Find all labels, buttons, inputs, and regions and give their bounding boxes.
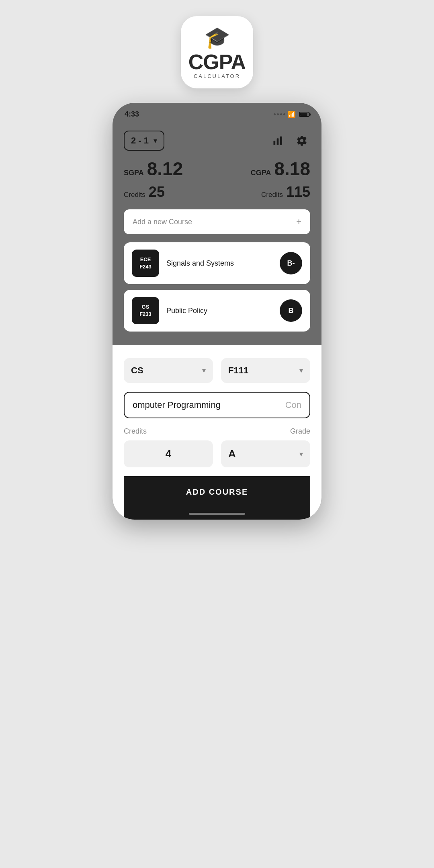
grade-badge-1: B-	[280, 252, 302, 274]
chart-button[interactable]	[269, 132, 286, 149]
course-name-2: Public Policy	[166, 307, 280, 315]
top-row: 2 - 1 ▾	[124, 131, 310, 151]
course-card-2[interactable]: GS F233 Public Policy B	[124, 290, 310, 332]
plus-icon: +	[296, 217, 301, 227]
semester-label: 2 - 1	[131, 135, 149, 146]
course-code-dropdown[interactable]: F111 ▾	[221, 358, 310, 383]
credits-label: Credits	[124, 191, 145, 199]
course-name-input[interactable]	[133, 400, 285, 410]
credits-input[interactable]: 4	[124, 440, 213, 467]
course-code-line2-2: F233	[139, 311, 151, 318]
grade-dropdown[interactable]: A ▾	[221, 440, 310, 467]
department-dropdown[interactable]: CS ▾	[124, 358, 213, 383]
grade-value-2: B	[289, 307, 294, 315]
credits-row: Credits 25 Credits 115	[124, 184, 310, 201]
total-credits-label: Credits	[261, 191, 283, 199]
signal-dot-1	[274, 113, 276, 115]
home-indicator	[124, 508, 310, 520]
course-name-field[interactable]: Con	[124, 392, 310, 418]
signal-dot-3	[280, 113, 282, 115]
credits-section-label: Credits	[124, 427, 217, 436]
add-course-placeholder: Add a new Course	[133, 218, 192, 226]
svg-rect-0	[274, 141, 276, 145]
course-card-1[interactable]: ECE F243 Signals and Systems B-	[124, 242, 310, 284]
app-title: CGPA	[188, 51, 246, 72]
semester-selector[interactable]: 2 - 1 ▾	[124, 131, 164, 151]
course-code-value: F111	[228, 365, 248, 376]
signal-dot-4	[283, 113, 285, 115]
status-bar: 4:33 📶	[113, 103, 321, 123]
add-course-button[interactable]: ADD COURSE	[124, 476, 310, 508]
credits-grade-inputs-row: 4 A ▾	[124, 440, 310, 467]
signal-dot-2	[277, 113, 279, 115]
total-credits-value: 115	[286, 184, 310, 201]
sgpa-stat: SGPA 8.12	[124, 160, 183, 178]
department-chevron-icon: ▾	[202, 366, 206, 375]
course-code-line1-1: ECE	[140, 256, 151, 263]
grade-dropdown-value: A	[228, 448, 236, 460]
home-bar	[189, 513, 245, 515]
course-code-chevron-icon: ▾	[299, 366, 303, 375]
add-course-bar[interactable]: Add a new Course +	[124, 209, 310, 234]
course-code-badge-2: GS F233	[132, 297, 159, 324]
status-icons: 📶	[274, 111, 309, 118]
course-code-line2-1: F243	[139, 263, 151, 270]
wifi-icon: 📶	[288, 111, 296, 118]
app-icon-container: 🎓 CGPA CALCULATOR	[181, 16, 253, 88]
settings-button[interactable]	[293, 132, 310, 149]
svg-rect-2	[280, 137, 282, 145]
app-icon: 🎓 CGPA CALCULATOR	[181, 16, 253, 88]
local-credits: Credits 25	[124, 184, 165, 201]
add-course-button-label: ADD COURSE	[186, 487, 248, 497]
department-code-row: CS ▾ F111 ▾	[124, 358, 310, 383]
top-icons	[269, 132, 310, 149]
grade-badge-2: B	[280, 299, 302, 322]
credits-number: 4	[166, 448, 171, 460]
cgpa-stat: CGPA 8.18	[251, 160, 310, 178]
grade-value-1: B-	[287, 259, 295, 268]
signal-icon	[274, 113, 285, 115]
app-subtitle: CALCULATOR	[194, 73, 240, 79]
cgpa-value: 8.18	[274, 160, 310, 178]
status-time: 4:33	[125, 110, 139, 119]
battery-icon	[299, 112, 309, 117]
bottom-sheet: CS ▾ F111 ▾ Con Credits Grade 4	[113, 345, 321, 520]
cgpa-label: CGPA	[251, 169, 271, 177]
course-name-suffix: Con	[285, 400, 301, 410]
credits-grade-section: Credits Grade 4 A ▾	[124, 427, 310, 467]
grade-section-label: Grade	[217, 427, 310, 436]
total-credits: Credits 115	[261, 184, 310, 201]
svg-rect-1	[277, 138, 279, 145]
semester-chevron-icon: ▾	[154, 136, 157, 145]
phone-frame: 4:33 📶 2 - 1 ▾	[113, 103, 321, 520]
grade-chevron-icon: ▾	[299, 450, 303, 459]
section-labels-row: Credits Grade	[124, 427, 310, 436]
credits-value: 25	[149, 184, 165, 201]
sgpa-label: SGPA	[124, 169, 144, 177]
main-content: 2 - 1 ▾	[113, 123, 321, 345]
sgpa-value: 8.12	[147, 160, 183, 178]
course-name-1: Signals and Systems	[166, 259, 280, 268]
department-value: CS	[131, 365, 143, 376]
graduation-cap-icon: 🎓	[204, 25, 230, 50]
course-code-line1-2: GS	[142, 303, 149, 311]
battery-fill	[300, 113, 307, 116]
stats-row: SGPA 8.12 CGPA 8.18	[124, 160, 310, 178]
course-code-badge-1: ECE F243	[132, 250, 159, 277]
